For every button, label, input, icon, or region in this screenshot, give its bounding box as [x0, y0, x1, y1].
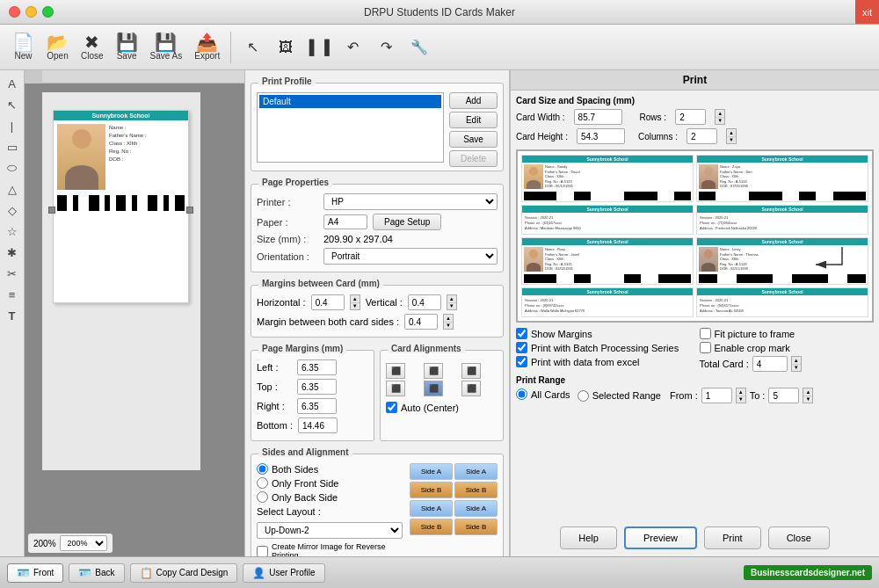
to-input[interactable]: [768, 388, 799, 403]
data-excel-check[interactable]: [516, 356, 527, 367]
side-a-btn-3[interactable]: Side A: [410, 500, 453, 517]
batch-check[interactable]: [516, 342, 527, 353]
align-tr[interactable]: ⬛: [461, 363, 481, 379]
fit-picture-check[interactable]: [700, 328, 711, 339]
between-down[interactable]: ▼: [444, 323, 453, 330]
tool-type[interactable]: T: [3, 306, 22, 325]
horiz-down[interactable]: ▼: [351, 303, 360, 310]
tool-line[interactable]: |: [3, 116, 22, 135]
vert-spin[interactable]: ▲▼: [447, 294, 457, 310]
paper-input[interactable]: [323, 214, 367, 229]
new-btn[interactable]: 📄 New: [7, 32, 40, 62]
export-btn[interactable]: 📤 Export: [189, 32, 225, 62]
user-profile-tab[interactable]: 👤 User Profile: [243, 563, 324, 583]
handle-left[interactable]: [48, 207, 55, 214]
copy-card-tab[interactable]: 📋 Copy Card Design: [130, 563, 238, 583]
tool-ellipse[interactable]: ⬭: [3, 158, 22, 178]
tool-pointer[interactable]: ↖: [3, 95, 22, 114]
exit-btn[interactable]: xit: [855, 0, 879, 24]
profile-item-default[interactable]: Default: [259, 95, 441, 108]
show-margins-check[interactable]: [516, 328, 527, 339]
cols-spin[interactable]: ▲▼: [726, 128, 737, 144]
tool-image[interactable]: 🖼: [270, 38, 301, 57]
from-spin[interactable]: ▲▼: [736, 388, 746, 403]
side-a-btn-2[interactable]: Side A: [454, 463, 498, 480]
horiz-up[interactable]: ▲: [351, 295, 360, 303]
total-card-input[interactable]: [752, 356, 788, 372]
open-btn[interactable]: 📂 Open: [41, 32, 74, 62]
crop-mark-check[interactable]: [700, 342, 711, 353]
right-input[interactable]: [297, 398, 337, 414]
preview-btn[interactable]: Preview: [624, 526, 697, 549]
between-spin[interactable]: ▲▼: [443, 314, 454, 330]
maximize-window-btn[interactable]: [42, 6, 54, 18]
vert-input[interactable]: [408, 294, 441, 310]
between-up[interactable]: ▲: [444, 315, 453, 323]
front-tab[interactable]: 🪪 Front: [7, 563, 63, 583]
align-tl[interactable]: ⬛: [386, 363, 405, 379]
save-profile-btn[interactable]: Save: [449, 131, 498, 148]
help-btn[interactable]: Help: [560, 526, 617, 549]
tool-rect[interactable]: ▭: [3, 137, 22, 156]
front-only-radio[interactable]: [257, 477, 268, 489]
tool-redo[interactable]: ↷: [370, 37, 402, 57]
card-height-input[interactable]: [577, 128, 625, 144]
left-input[interactable]: [297, 359, 337, 375]
rows-input[interactable]: [675, 109, 706, 125]
side-b-btn-3[interactable]: Side B: [410, 519, 453, 535]
both-sides-radio[interactable]: [257, 463, 268, 475]
from-input[interactable]: [701, 388, 732, 403]
save-as-btn[interactable]: 💾 Save As: [145, 32, 188, 62]
align-tc[interactable]: ⬛: [424, 363, 443, 379]
top-input[interactable]: [297, 379, 337, 395]
tool-text[interactable]: A: [3, 74, 22, 93]
tool-list[interactable]: ≡: [3, 285, 22, 304]
total-card-spin[interactable]: ▲▼: [791, 356, 802, 372]
back-only-radio[interactable]: [257, 491, 268, 503]
zoom-select[interactable]: 200% 150% 100%: [60, 535, 107, 551]
align-mr[interactable]: ⬛: [461, 381, 481, 396]
save-btn[interactable]: 💾 Save: [111, 32, 143, 62]
close-print-btn[interactable]: Close: [768, 526, 830, 549]
tool-barcode[interactable]: ▌▐: [303, 38, 335, 57]
side-b-btn-4[interactable]: Side B: [454, 519, 498, 535]
tool-undo[interactable]: ↶: [337, 37, 368, 57]
orientation-select[interactable]: Portrait: [323, 248, 498, 265]
selected-range-radio[interactable]: [578, 390, 589, 402]
vert-up[interactable]: ▲: [447, 295, 456, 303]
mirror-check[interactable]: [257, 546, 268, 557]
back-tab[interactable]: 🪪 Back: [69, 563, 124, 583]
close-window-btn[interactable]: [9, 6, 20, 18]
tool-diamond[interactable]: ◇: [3, 200, 22, 220]
tool-select[interactable]: ↖: [236, 37, 268, 57]
side-b-btn-2[interactable]: Side B: [454, 482, 498, 498]
tool-extra[interactable]: 🔧: [403, 37, 435, 57]
to-spin[interactable]: ▲▼: [803, 388, 813, 403]
layout-select[interactable]: Up-Down-2: [257, 522, 403, 539]
canvas-card[interactable]: Sunnybrook School Name : Father's Name :…: [53, 110, 189, 303]
align-mc[interactable]: ⬛: [424, 381, 443, 396]
side-a-btn-4[interactable]: Side A: [454, 500, 498, 517]
add-profile-btn[interactable]: Add: [449, 92, 498, 109]
side-a-btn-1[interactable]: Side A: [410, 463, 453, 480]
profile-list[interactable]: Default: [257, 92, 444, 163]
card-width-input[interactable]: [574, 109, 622, 125]
print-btn[interactable]: Print: [704, 526, 761, 549]
handle-right[interactable]: [186, 207, 193, 214]
edit-profile-btn[interactable]: Edit: [449, 112, 498, 128]
between-input[interactable]: [404, 314, 438, 330]
minimize-window-btn[interactable]: [25, 6, 37, 18]
all-cards-radio[interactable]: [516, 388, 527, 400]
tool-triangle[interactable]: △: [3, 179, 22, 199]
columns-input[interactable]: [686, 128, 717, 144]
align-ml[interactable]: ⬛: [386, 381, 405, 396]
close-btn[interactable]: ✖ Close: [76, 32, 109, 62]
horiz-input[interactable]: [311, 294, 345, 310]
bottom-input[interactable]: [298, 417, 338, 433]
printer-select[interactable]: HP: [323, 193, 498, 210]
tool-asterisk[interactable]: ✱: [3, 243, 22, 262]
delete-profile-btn[interactable]: Delete: [449, 150, 498, 167]
horiz-spin[interactable]: ▲▼: [350, 294, 360, 310]
rows-spin[interactable]: ▲▼: [715, 109, 725, 125]
canvas-surface[interactable]: Sunnybrook School Name : Father's Name :…: [25, 83, 244, 556]
